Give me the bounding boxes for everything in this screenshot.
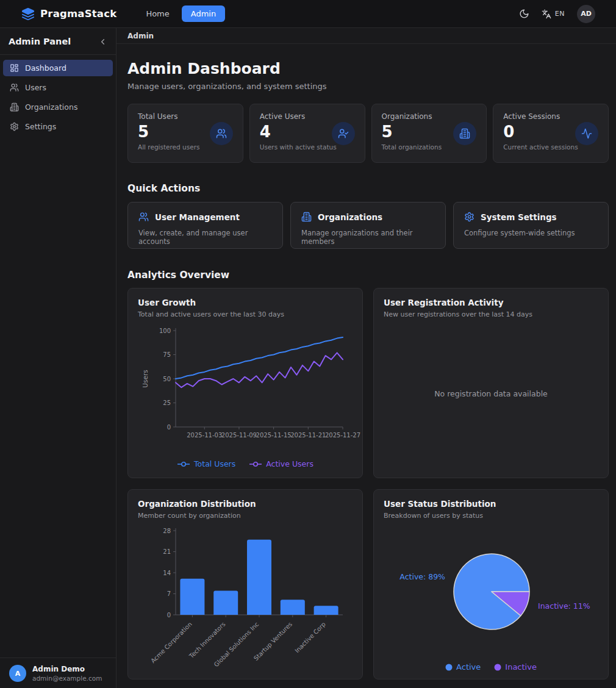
sidebar-item-label: Dashboard xyxy=(25,63,66,73)
svg-text:Users: Users xyxy=(141,370,149,387)
quick-action-description: Manage organizations and their members xyxy=(301,229,435,246)
stat-label: Total Users xyxy=(138,112,233,121)
svg-text:Inactive: 11%: Inactive: 11% xyxy=(538,601,590,611)
page-title: Admin Dashboard xyxy=(127,60,609,77)
chart-subtitle: Total and active users over the last 30 … xyxy=(138,310,353,318)
quick-action-title: System Settings xyxy=(481,212,557,222)
quick-action-description: Configure system-wide settings xyxy=(464,229,598,237)
sidebar-item-settings[interactable]: Settings xyxy=(3,118,113,135)
org-distribution-card: Organization Distribution Member count b… xyxy=(127,489,363,679)
quick-actions-grid: User Management View, create, and manage… xyxy=(127,202,609,249)
brand-name: PragmaStack xyxy=(40,8,116,20)
svg-text:2025-11-21: 2025-11-21 xyxy=(290,432,326,439)
user-status-legend: ActiveInactive xyxy=(384,662,598,672)
org-distribution-chart: 07142128Acme CorporationTech InnovatorsG… xyxy=(138,526,353,677)
main-nav: Home Admin xyxy=(140,5,225,22)
stat-icon-badge xyxy=(210,122,233,145)
stat-label: Active Sessions xyxy=(503,112,598,121)
user-status-card: User Status Distribution Breakdown of us… xyxy=(373,489,609,679)
page-subtitle: Manage users, organizations, and system … xyxy=(127,82,609,91)
stat-icon-badge xyxy=(332,122,355,145)
quick-action-system-settings[interactable]: System Settings Configure system-wide se… xyxy=(453,202,609,249)
svg-text:2025-11-03: 2025-11-03 xyxy=(187,432,222,439)
settings-icon xyxy=(10,122,19,131)
svg-text:Inactive Corp: Inactive Corp xyxy=(293,621,327,654)
chart-title: User Registration Activity xyxy=(384,298,598,307)
building-icon xyxy=(10,102,19,112)
stat-card-organizations: Organizations 5 Total organizations xyxy=(371,104,487,163)
quick-action-description: View, create, and manage user accounts xyxy=(138,229,272,246)
nav-link-home[interactable]: Home xyxy=(140,5,175,22)
user-growth-legend: Total UsersActive Users xyxy=(138,459,353,468)
users-icon xyxy=(10,83,19,92)
svg-text:100: 100 xyxy=(159,328,171,334)
sidebar-item-users[interactable]: Users xyxy=(3,79,113,96)
stat-card-total-users: Total Users 5 All registered users xyxy=(127,104,243,163)
breadcrumb-bar: Admin xyxy=(116,28,616,44)
stat-card-active-sessions: Active Sessions 0 Current active session… xyxy=(493,104,609,163)
sidebar-user-email: admin@example.com xyxy=(32,675,102,682)
chart-subtitle: Member count by organization xyxy=(138,512,353,520)
quick-action-title: User Management xyxy=(155,212,240,222)
quick-action-user-management[interactable]: User Management View, create, and manage… xyxy=(127,202,283,249)
svg-text:0: 0 xyxy=(167,424,171,431)
user-growth-chart: 02550751002025-11-032025-11-092025-11-15… xyxy=(138,324,353,458)
analytics-heading: Analytics Overview xyxy=(127,270,609,281)
stat-card-active-users: Active Users 4 Users with active status xyxy=(249,104,365,163)
svg-text:21: 21 xyxy=(163,548,171,555)
layers-icon xyxy=(21,7,35,21)
chart-title: Organization Distribution xyxy=(138,499,353,509)
top-navbar: PragmaStack Home Admin EN AD xyxy=(0,0,616,28)
chart-subtitle: Breakdown of users by status xyxy=(384,512,598,520)
activity-icon xyxy=(581,128,592,139)
user-status-chart: Active: 89%Inactive: 11% xyxy=(384,526,598,661)
svg-text:25: 25 xyxy=(163,400,171,406)
sidebar-item-dashboard[interactable]: Dashboard xyxy=(3,60,113,76)
languages-icon xyxy=(542,9,551,19)
svg-text:Tech Innovators: Tech Innovators xyxy=(187,621,226,660)
stat-icon-badge xyxy=(453,122,476,145)
stat-label: Organizations xyxy=(382,112,477,121)
quick-action-title: Organizations xyxy=(318,212,382,222)
moon-icon[interactable] xyxy=(519,9,529,19)
sidebar-user-avatar: A xyxy=(9,665,26,682)
svg-text:Acme Corporation: Acme Corporation xyxy=(149,621,193,665)
users-icon xyxy=(138,212,149,222)
quick-action-organizations[interactable]: Organizations Manage organizations and t… xyxy=(290,202,446,249)
building-icon xyxy=(301,212,312,222)
stats-grid: Total Users 5 All registered users Activ… xyxy=(127,104,609,163)
settings-icon xyxy=(464,212,475,222)
svg-text:7: 7 xyxy=(167,590,171,597)
sidebar-user[interactable]: A Admin Demo admin@example.com xyxy=(0,658,116,688)
svg-text:2025-11-15: 2025-11-15 xyxy=(256,432,292,439)
language-label: EN xyxy=(555,10,565,18)
stat-label: Active Users xyxy=(260,112,355,121)
empty-state-message: No registration data available xyxy=(434,389,548,398)
svg-text:50: 50 xyxy=(163,376,171,382)
sidebar-item-label: Settings xyxy=(25,122,56,131)
charts-grid: User Growth Total and active users over … xyxy=(127,288,609,679)
building-icon xyxy=(459,128,470,139)
sidebar-user-name: Admin Demo xyxy=(32,665,102,673)
svg-text:Active: 89%: Active: 89% xyxy=(399,572,445,581)
stat-icon-badge xyxy=(575,122,598,145)
sidebar-nav: Dashboard Users Organizations Settings xyxy=(0,55,116,140)
svg-text:2025-11-09: 2025-11-09 xyxy=(221,432,257,439)
svg-text:14: 14 xyxy=(163,570,171,576)
sidebar-item-label: Users xyxy=(25,83,46,92)
sidebar-item-label: Organizations xyxy=(25,102,77,112)
sidebar-header: Admin Panel xyxy=(0,28,116,55)
language-switcher[interactable]: EN xyxy=(542,9,565,19)
brand[interactable]: PragmaStack xyxy=(21,7,116,21)
quick-actions-heading: Quick Actions xyxy=(127,183,609,194)
nav-link-admin[interactable]: Admin xyxy=(182,5,225,22)
users-icon xyxy=(216,128,227,139)
user-avatar[interactable]: AD xyxy=(577,5,595,23)
chart-subtitle: New user registrations over the last 14 … xyxy=(384,310,598,318)
sidebar-title: Admin Panel xyxy=(9,37,71,46)
sidebar-item-organizations[interactable]: Organizations xyxy=(3,99,113,115)
user-check-icon xyxy=(338,128,349,139)
user-growth-card: User Growth Total and active users over … xyxy=(127,288,363,478)
breadcrumb[interactable]: Admin xyxy=(127,32,154,40)
chevron-left-icon[interactable] xyxy=(98,37,107,46)
